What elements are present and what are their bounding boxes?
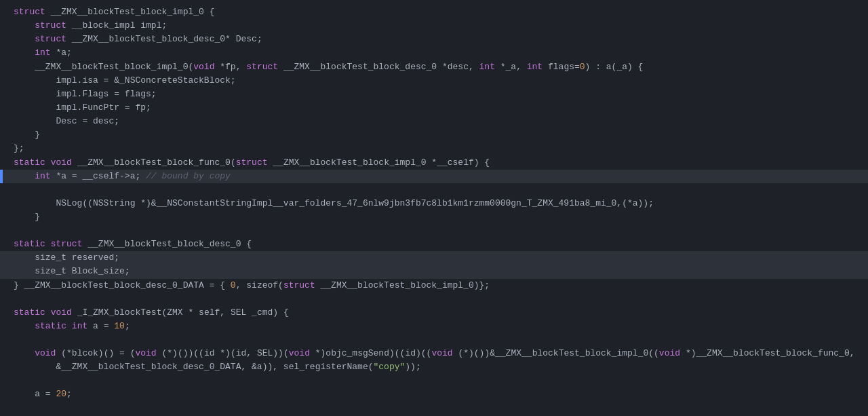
code-token: int: [35, 48, 50, 58]
line-indicator: [0, 197, 3, 210]
line-indicator: [0, 306, 3, 320]
code-token: 20: [56, 389, 66, 399]
code-line: }: [0, 210, 868, 224]
line-content: impl.FuncPtr = fp;: [8, 101, 863, 115]
line-content: static struct __ZMX__blockTest_block_des…: [8, 238, 863, 251]
line-indicator: [0, 224, 3, 238]
code-token: [14, 34, 35, 44]
code-token: *a = __cself->a;: [51, 171, 146, 181]
code-line: __ZMX__blockTest_block_impl_0(void *fp, …: [0, 60, 868, 74]
code-token: void: [431, 348, 452, 358]
line-content: struct __ZMX__blockTest_block_desc_0* De…: [8, 33, 863, 46]
code-token: a =: [87, 321, 114, 331]
code-token: }: [14, 212, 40, 222]
code-token: }: [14, 130, 40, 140]
code-token: "copy": [374, 362, 406, 372]
line-content: int *a = __cself->a; // bound by copy: [8, 170, 863, 183]
code-token: void: [35, 348, 56, 358]
code-token: *)objc_msgSend)((id)((: [310, 348, 431, 358]
line-content: size_t reserved;: [8, 251, 863, 265]
code-token: (*)())&__ZMX__blockTest_block_impl_0((: [453, 348, 659, 358]
code-editor: struct __ZMX__blockTest_block_impl_0 { s…: [0, 0, 868, 416]
code-token: size_t reserved;: [14, 252, 119, 263]
code-token: struct: [14, 7, 45, 17]
code-line: Desc = desc;: [0, 115, 868, 128]
code-line: NSLog((NSString *)&__NSConstantStringImp…: [0, 197, 868, 210]
code-token: void: [659, 348, 680, 358]
line-indicator: [0, 401, 3, 415]
code-line: struct __ZMX__blockTest_block_impl_0 {: [0, 5, 868, 19]
code-line: [0, 292, 868, 306]
code-token: void: [193, 62, 214, 72]
line-content: }: [8, 128, 863, 142]
code-line: impl.isa = &_NSConcreteStackBlock;: [0, 74, 868, 88]
line-indicator: [0, 5, 3, 19]
code-token: __block_impl impl;: [66, 20, 167, 31]
code-token: [14, 348, 35, 358]
line-indicator: [0, 387, 3, 401]
code-token: struct: [35, 20, 66, 31]
code-line: a = 20;: [0, 387, 868, 401]
code-token: // bound by copy: [146, 171, 231, 181]
code-token: ) : a(_a) {: [585, 62, 644, 72]
code-line: void (*blcok)() = (void (*)())((id *)(id…: [0, 347, 868, 360]
code-token: void: [51, 307, 72, 318]
line-indicator: [0, 115, 3, 128]
line-content: impl.isa = &_NSConcreteStackBlock;: [8, 74, 863, 88]
code-token: __ZMX__blockTest_block_impl_0 *__cself) …: [268, 157, 490, 168]
line-indicator: [0, 251, 3, 265]
line-indicator: [0, 60, 3, 74]
code-token: *)__ZMX__blockTest_block_func_0,: [680, 348, 854, 358]
code-token: [45, 307, 51, 318]
line-content: Desc = desc;: [8, 115, 863, 128]
code-token: __ZMX__blockTest_block_desc_0* Desc;: [66, 34, 262, 44]
code-token: __ZMX__blockTest_block_desc_0 {: [82, 239, 252, 249]
code-token: 0: [231, 280, 236, 290]
code-token: impl.FuncPtr = fp;: [14, 102, 151, 113]
line-indicator: [0, 46, 3, 60]
code-line: int *a = __cself->a; // bound by copy: [0, 170, 868, 183]
line-indicator: [0, 101, 3, 115]
code-line: size_t reserved;: [0, 251, 868, 265]
line-indicator: [0, 88, 3, 101]
line-indicator: [0, 279, 3, 292]
code-line: static struct __ZMX__blockTest_block_des…: [0, 238, 868, 251]
code-token: (*)())((id *)(id, SEL))(: [157, 348, 289, 358]
code-line: [0, 401, 868, 415]
line-content: }: [8, 210, 863, 224]
line-content: static void __ZMX__blockTest_block_func_…: [8, 156, 863, 170]
line-content: static void _I_ZMX_blockTest(ZMX * self,…: [8, 306, 863, 320]
line-indicator: [0, 265, 3, 278]
code-token: *a;: [51, 48, 72, 58]
line-content: void (*blcok)() = (void (*)())((id *)(id…: [8, 347, 863, 360]
code-token: Desc = desc;: [14, 116, 119, 126]
line-indicator: [0, 142, 3, 155]
code-line: } __ZMX__blockTest_block_desc_0_DATA = {…: [0, 279, 868, 292]
code-token: static: [14, 307, 45, 318]
code-line: impl.Flags = flags;: [0, 88, 868, 101]
code-token: struct: [236, 157, 268, 168]
code-line: struct __ZMX__blockTest_block_desc_0* De…: [0, 33, 868, 46]
line-content: } __ZMX__blockTest_block_desc_0_DATA = {…: [8, 279, 863, 292]
code-token: *_a,: [495, 62, 527, 72]
code-token: , sizeof(: [236, 280, 283, 290]
code-token: 0: [580, 62, 585, 72]
line-indicator: [0, 19, 3, 33]
code-token: int: [35, 171, 50, 181]
code-line: }: [0, 128, 868, 142]
line-indicator: [0, 238, 3, 251]
code-token: void: [51, 157, 72, 168]
code-token: [14, 321, 35, 331]
line-content: impl.Flags = flags;: [8, 88, 863, 101]
line-indicator: [0, 183, 3, 197]
code-line: static int a = 10;: [0, 320, 868, 333]
code-token: &__ZMX__blockTest_block_desc_0_DATA, &a)…: [14, 362, 374, 372]
line-content: };: [8, 142, 863, 155]
code-token: impl.Flags = flags;: [14, 89, 157, 99]
line-indicator: [0, 320, 3, 333]
code-token: _I_ZMX_blockTest(ZMX * self, SEL _cmd) {: [72, 307, 289, 318]
code-token: static: [14, 239, 45, 249]
line-content: size_t Block_size;: [8, 265, 863, 278]
code-token: __ZMX__blockTest_block_impl_0)};: [315, 280, 490, 290]
line-indicator: [0, 292, 3, 306]
